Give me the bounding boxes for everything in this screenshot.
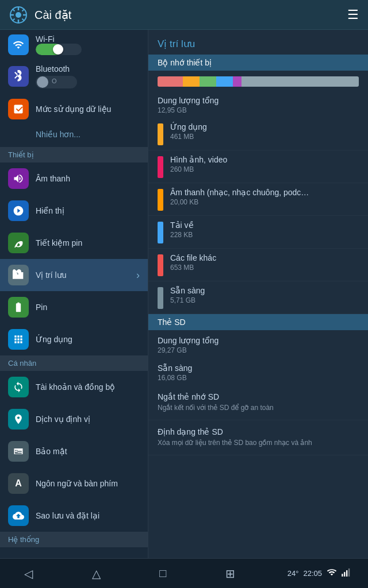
content-title: Vị trí lưu <box>148 30 368 55</box>
tiet-kiem-pin-label: Tiết kiệm pin <box>36 238 82 247</box>
device-storage-header: Bộ nhớ thiết bị <box>148 55 368 71</box>
sidebar-item-data-usage[interactable]: Mức sử dụng dữ liệu <box>0 93 148 125</box>
total-value: 12,95 GB <box>158 106 359 114</box>
tai-khoan-label: Tài khoản và đồng bộ <box>36 382 115 392</box>
section-he-thong: Hệ thống <box>0 532 148 547</box>
free-value: 5,71 GB <box>170 296 359 304</box>
media-value: 260 MB <box>170 165 359 173</box>
bar-apps <box>158 76 183 87</box>
recent-button[interactable]: □ <box>152 563 173 583</box>
sidebar-item-bluetooth[interactable]: Bluetooth O <box>0 60 148 93</box>
ngon-ngu-icon: A <box>8 473 29 494</box>
pin-label: Pin <box>36 303 47 312</box>
sd-card-header: Thẻ SD <box>148 314 368 330</box>
bluetooth-icon <box>8 66 29 87</box>
hien-thi-icon <box>8 200 29 221</box>
apps-info: Ứng dụng 461 MB <box>170 122 359 141</box>
unmount-sd-button[interactable]: Ngắt thẻ nhớ SD Ngắt kết nối với thẻ SD … <box>148 385 368 420</box>
ung-dung-label: Ứng dụng <box>36 335 72 344</box>
media-color <box>158 156 163 178</box>
ung-dung-icon <box>8 329 29 350</box>
vi-tri-luu-label: Vị trí lưu <box>36 270 66 280</box>
data-usage-icon <box>8 99 29 119</box>
menu-button[interactable]: ☰ <box>347 7 359 22</box>
wifi-toggle[interactable] <box>36 44 82 55</box>
audio-color <box>158 189 163 211</box>
downloads-color <box>158 222 163 243</box>
free-label: Sẵn sàng <box>170 286 359 295</box>
svg-line-8 <box>22 9 25 11</box>
sidebar-more-button[interactable]: Nhiều hơn... <box>0 125 148 147</box>
sidebar-item-am-thanh[interactable]: Âm thanh <box>0 163 148 195</box>
status-bar: 24° 22:05 <box>288 568 351 578</box>
media-label: Hình ảnh, video <box>170 155 359 164</box>
bao-mat-label: Bảo mật <box>36 447 67 456</box>
sidebar-item-ngon-ngu[interactable]: A Ngôn ngữ và bàn phím <box>0 467 148 500</box>
unmount-desc: Ngắt kết nối với thẻ SD để gỡ an toàn <box>158 403 359 413</box>
sd-ready-value: 16,08 GB <box>158 374 359 382</box>
downloads-label: Tải về <box>170 220 359 230</box>
storage-bar-container <box>148 71 368 90</box>
clock: 22:05 <box>303 569 322 578</box>
downloads-value: 228 KB <box>170 231 359 239</box>
sidebar-item-dinh-vi[interactable]: Dịch vụ định vị <box>0 403 148 435</box>
audio-info: Âm thanh (nhạc, nhạc chuông, podc… 20,00… <box>170 188 359 206</box>
bar-media <box>183 76 200 87</box>
svg-rect-10 <box>342 574 343 577</box>
section-thiet-bi: Thiết bị <box>0 147 148 163</box>
sidebar-item-tai-khoan[interactable]: Tài khoản và đồng bộ <box>0 371 148 403</box>
storage-item-apps: Ứng dụng 461 MB <box>148 118 368 150</box>
format-sd-button[interactable]: Định dạng thẻ SD Xóa mọi dữ liệu trên th… <box>148 420 368 455</box>
bluetooth-label: Bluetooth <box>36 64 77 74</box>
tiet-kiem-pin-icon <box>8 233 29 253</box>
ngon-ngu-label: Ngôn ngữ và bàn phím <box>36 479 118 488</box>
downloads-info: Tải về 228 KB <box>170 220 359 239</box>
sidebar: Wi-Fi Bluetooth O <box>0 30 148 558</box>
svg-line-7 <box>22 18 25 21</box>
sd-ready: Sẵn sàng 16,08 GB <box>148 358 368 385</box>
pin-icon <box>8 297 29 318</box>
sidebar-item-tiet-kiem-pin[interactable]: Tiết kiệm pin <box>0 227 148 259</box>
storage-item-media: Hình ảnh, video 260 MB <box>148 150 368 183</box>
am-thanh-icon <box>8 168 29 189</box>
audio-value: 20,00 KB <box>170 198 359 206</box>
sidebar-item-hien-thi[interactable]: Hiển thị <box>0 195 148 227</box>
sidebar-item-bao-mat[interactable]: Bảo mật <box>0 435 148 467</box>
bar-other <box>233 76 241 87</box>
svg-rect-12 <box>346 570 347 577</box>
total-label: Dung lượng tổng <box>158 96 359 105</box>
section-ca-nhan: Cá nhân <box>0 355 148 371</box>
free-color <box>158 287 163 309</box>
sidebar-item-sao-luu[interactable]: Sao lưu và đặt lại <box>0 500 148 532</box>
svg-line-9 <box>13 18 15 21</box>
active-arrow: › <box>136 269 140 281</box>
sidebar-item-wifi[interactable]: Wi-Fi <box>0 30 148 60</box>
storage-bar <box>158 76 359 87</box>
bar-audio <box>200 76 216 87</box>
svg-rect-11 <box>344 572 345 577</box>
sao-luu-label: Sao lưu và đặt lại <box>36 511 99 520</box>
bt-toggle-text: O <box>52 78 57 84</box>
back-button[interactable]: ◁ <box>17 563 40 584</box>
sidebar-item-ung-dung[interactable]: Ứng dụng <box>0 323 148 355</box>
signal-icon <box>342 568 351 578</box>
am-thanh-label: Âm thanh <box>36 174 70 183</box>
temperature: 24° <box>288 569 299 578</box>
storage-item-free: Sẵn sàng 5,71 GB <box>148 281 368 314</box>
other-color <box>158 254 163 276</box>
home-button[interactable]: △ <box>85 563 108 584</box>
screenshot-button[interactable]: ⊞ <box>218 563 242 584</box>
sidebar-item-pin[interactable]: Pin <box>0 291 148 323</box>
sidebar-item-vi-tri-luu[interactable]: Vị trí lưu › <box>0 259 148 291</box>
bluetooth-toggle[interactable]: O <box>36 76 77 88</box>
apps-value: 461 MB <box>170 133 359 141</box>
hien-thi-label: Hiển thị <box>36 206 64 215</box>
other-info: Các file khác 653 MB <box>170 253 359 272</box>
sd-total: Dung lượng tổng 29,27 GB <box>148 330 368 358</box>
apps-color <box>158 123 163 145</box>
bar-downloads <box>216 76 233 87</box>
dinh-vi-label: Dịch vụ định vị <box>36 415 90 424</box>
sd-ready-label: Sẵn sàng <box>158 363 359 373</box>
wifi-status-icon <box>327 568 337 578</box>
content-panel: Vị trí lưu Bộ nhớ thiết bị Dung lượng tổ… <box>148 30 368 558</box>
